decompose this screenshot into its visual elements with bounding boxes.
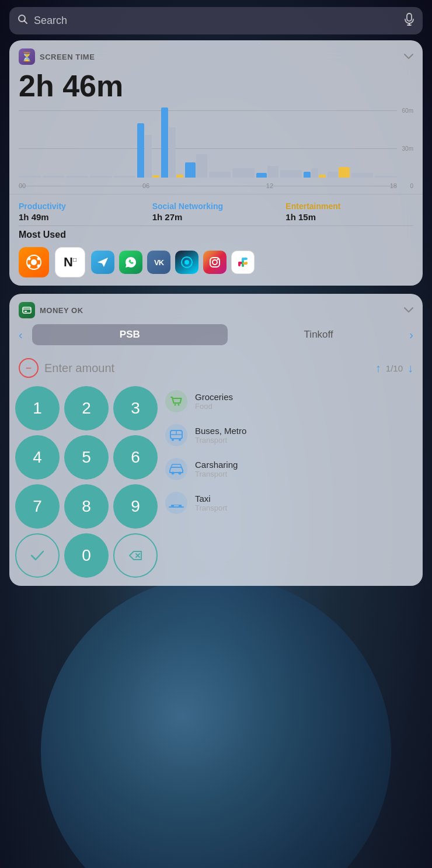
category-carsharing[interactable]: Carsharing Transport: [163, 454, 417, 484]
category-row: Productivity 1h 49m Social Networking 1h…: [9, 194, 423, 225]
app-icon-whatsapp[interactable]: [119, 251, 142, 274]
key-check[interactable]: [15, 533, 60, 578]
key-6[interactable]: 6: [113, 435, 158, 480]
screen-time-icon: ⏳: [19, 48, 35, 65]
svg-point-40: [179, 472, 182, 475]
bank-prev-arrow[interactable]: ‹: [19, 328, 23, 342]
x-label-12: 12: [266, 182, 273, 189]
nav-down-arrow[interactable]: ↓: [407, 362, 413, 375]
app-icon-slack[interactable]: [231, 251, 255, 274]
bar-group: [161, 107, 183, 178]
bar-group: [209, 172, 231, 178]
key-8[interactable]: 8: [64, 484, 109, 529]
key-9[interactable]: 9: [113, 484, 158, 529]
svg-rect-24: [23, 307, 31, 313]
app-icon-telegram[interactable]: [91, 251, 114, 274]
key-4[interactable]: 4: [15, 435, 60, 480]
bank-next-arrow[interactable]: ›: [409, 328, 413, 342]
svg-rect-44: [174, 505, 179, 505]
category-social[interactable]: Social Networking 1h 27m: [152, 202, 280, 222]
microphone-icon[interactable]: [404, 13, 414, 29]
bank-selector: ‹ PSB Tinkoff ›: [9, 324, 423, 353]
svg-point-10: [37, 265, 40, 268]
category-buses[interactable]: Buses, Metro Transport: [163, 420, 417, 450]
grid-label-30: 30m: [399, 145, 413, 152]
svg-point-8: [37, 258, 40, 261]
svg-line-1: [25, 21, 27, 24]
buses-icon-wrap: [163, 422, 189, 448]
key-2[interactable]: 2: [64, 386, 109, 430]
svg-point-38: [165, 458, 187, 480]
bar-group: [328, 167, 350, 178]
bar-group: [304, 168, 326, 178]
amount-input[interactable]: Enter amount: [44, 362, 370, 375]
x-label-06: 06: [142, 182, 149, 189]
bar-group: [280, 170, 302, 178]
svg-point-41: [165, 492, 187, 514]
app-icons-small: VK: [91, 251, 255, 274]
category-productivity-name: Productivity: [19, 202, 147, 211]
svg-point-12: [184, 260, 189, 265]
bar-group: [185, 154, 207, 178]
money-ok-chevron[interactable]: [404, 305, 413, 315]
key-0[interactable]: 0: [64, 533, 109, 578]
taxi-icon-wrap: [163, 490, 189, 516]
search-placeholder: Search: [34, 15, 398, 27]
buses-name: Buses, Metro: [195, 426, 417, 436]
usage-chart: 60m 30m 0 00 06 12 18: [19, 107, 413, 189]
category-productivity[interactable]: Productivity 1h 49m: [19, 202, 147, 222]
money-ok-title: MONEY OK: [40, 306, 83, 315]
key-1[interactable]: 1: [15, 386, 60, 430]
money-ok-header: MONEY OK: [9, 294, 423, 324]
bar-group: [375, 176, 397, 178]
app-icon-notion[interactable]: N □: [55, 247, 85, 277]
bar-group: [351, 173, 374, 178]
svg-point-37: [179, 439, 181, 441]
category-taxi[interactable]: Taxi Transport: [163, 488, 417, 518]
category-productivity-time: 1h 49m: [19, 212, 147, 222]
svg-rect-22: [243, 258, 248, 260]
category-groceries[interactable]: Groceries Food: [163, 386, 417, 416]
numpad: 1 2 3 4 5 6 7 8 9 0: [15, 386, 158, 578]
category-entertainment-name: Entertainment: [285, 202, 413, 211]
key-7[interactable]: 7: [15, 484, 60, 529]
chart-bars: [19, 107, 397, 178]
grid-label-60: 60m: [399, 107, 413, 114]
x-label-00: 00: [19, 182, 26, 189]
key-5[interactable]: 5: [64, 435, 109, 480]
category-entertainment[interactable]: Entertainment 1h 15m: [285, 202, 413, 222]
minus-button[interactable]: −: [19, 358, 39, 378]
chart-x-labels: 00 06 12 18: [19, 182, 397, 189]
bar-group: [90, 176, 112, 178]
svg-point-14: [212, 260, 217, 265]
app-icon-instagram[interactable]: [203, 251, 227, 274]
svg-point-7: [28, 258, 31, 261]
svg-rect-42: [171, 505, 174, 506]
app-icon-neon[interactable]: [175, 251, 198, 274]
grid-label-0: 0: [399, 183, 413, 189]
app-icon-vk[interactable]: VK: [147, 251, 170, 274]
screen-time-chevron[interactable]: [404, 51, 413, 62]
svg-rect-23: [243, 262, 248, 265]
svg-point-32: [165, 424, 187, 446]
svg-point-30: [175, 404, 176, 406]
bar-group: [114, 176, 136, 178]
categories-list: Groceries Food Buses,: [163, 386, 417, 578]
nav-arrows: ↑ 1/10 ↓: [375, 362, 413, 375]
key-backspace[interactable]: [113, 533, 158, 578]
svg-rect-2: [407, 13, 412, 21]
key-3[interactable]: 3: [113, 386, 158, 430]
bank-tinkoff-button[interactable]: Tinkoff: [237, 329, 400, 341]
groceries-sub: Food: [195, 402, 417, 411]
app-icon-film[interactable]: [19, 247, 49, 277]
search-bar[interactable]: Search: [9, 7, 423, 34]
keypad-categories: 1 2 3 4 5 6 7 8 9 0: [9, 386, 423, 586]
svg-rect-26: [25, 311, 27, 312]
category-entertainment-time: 1h 15m: [285, 212, 413, 222]
bar-group: [43, 176, 65, 178]
nav-up-arrow[interactable]: ↑: [375, 362, 381, 375]
taxi-name: Taxi: [195, 494, 417, 504]
bar-group: [232, 168, 255, 178]
svg-point-9: [28, 265, 31, 268]
bank-psb-button[interactable]: PSB: [32, 324, 228, 345]
